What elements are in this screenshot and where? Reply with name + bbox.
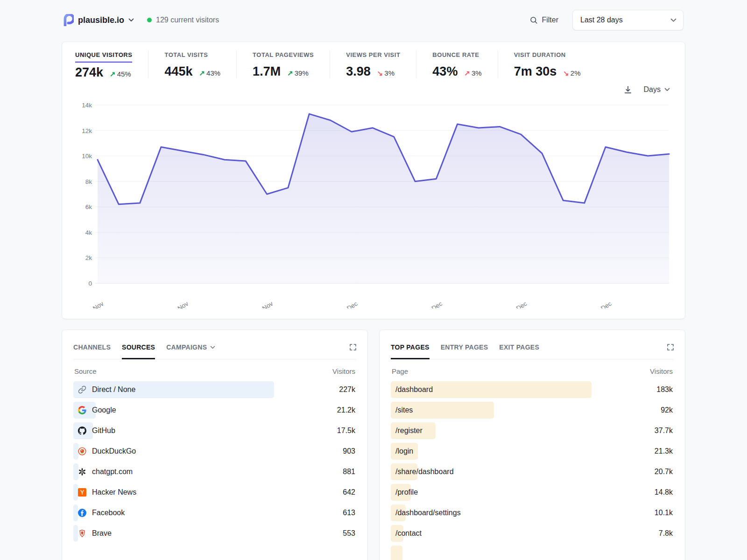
row-label: /contact (395, 529, 422, 538)
row-duckduckgo[interactable]: DuckDuckGo903 (73, 443, 356, 460)
row-sites[interactable]: /sites92k (391, 402, 674, 419)
expand-button[interactable] (666, 343, 675, 351)
x-axis-tick: 7 Dec (426, 300, 444, 308)
hackernews-icon (78, 488, 86, 497)
row-visitors-value: 37.7k (655, 427, 674, 435)
row-label: Hacker News (92, 488, 136, 497)
row-label: chatgpt.com (92, 468, 133, 476)
row-label: /register (395, 427, 423, 435)
row-google[interactable]: Google21.2k (73, 402, 356, 419)
current-visitors-label: 129 current visitors (156, 16, 219, 24)
row-visitors-value: 903 (343, 447, 356, 455)
live-dot-icon (147, 18, 152, 22)
link-icon (78, 385, 86, 394)
row-chatgpt-com[interactable]: chatgpt.com881 (73, 463, 356, 480)
tab-label: SOURCES (122, 343, 155, 351)
download-button[interactable] (623, 85, 633, 94)
chart-tools: Days (75, 83, 670, 97)
x-axis-tick: 25 Nov (169, 300, 190, 308)
interval-select[interactable]: Days (644, 85, 670, 94)
topbar-left: plausible.io 129 current visitors (63, 14, 219, 26)
download-icon (623, 85, 633, 94)
row-label: /sites (395, 406, 413, 414)
row-github[interactable]: GitHub17.5k (73, 422, 356, 439)
partial-row-bar (391, 546, 402, 560)
stat-total-pageviews[interactable]: TOTAL PAGEVIEWS1.7M↗39% (236, 50, 330, 79)
stat-change: ↗45% (110, 70, 131, 78)
trend-down-icon: ↘ (563, 69, 569, 77)
trend-up-icon: ↗ (199, 69, 205, 77)
brave-icon (78, 529, 86, 538)
stat-change-value: 3% (384, 69, 395, 77)
row-label-group: Google (73, 406, 116, 414)
expand-button[interactable] (349, 343, 357, 351)
date-range-select[interactable]: Last 28 days (572, 10, 684, 30)
plausible-logo-icon (63, 14, 74, 26)
row-contact[interactable]: /contact7.8k (391, 525, 674, 542)
column-header-left: Page (392, 367, 408, 375)
row-register[interactable]: /register37.7k (391, 422, 674, 439)
site-name: plausible.io (78, 15, 124, 25)
row-label-group: /dashboard/settings (391, 509, 461, 517)
tab-label: TOP PAGES (391, 343, 430, 351)
stat-label: TOTAL VISITS (164, 51, 208, 62)
github-icon (78, 427, 86, 435)
y-axis-tick: 6k (85, 203, 92, 210)
row-dashboard-settings[interactable]: /dashboard/settings10.1k (391, 504, 674, 521)
row-facebook[interactable]: Facebook613 (73, 504, 356, 521)
row-label-group: Direct / None (73, 385, 135, 394)
row-visitors-value: 21.2k (337, 406, 356, 414)
column-header-left: Source (74, 367, 97, 375)
stat-visit-duration[interactable]: VISIT DURATION7m 30s↘2% (498, 50, 597, 79)
tab-exit-pages[interactable]: EXIT PAGES (499, 342, 539, 359)
row-label: /dashboard (395, 385, 433, 394)
tab-campaigns[interactable]: CAMPAIGNS (166, 342, 215, 359)
stat-value-row: 3.98↘3% (346, 64, 400, 79)
tab-sources[interactable]: SOURCES (122, 342, 155, 359)
stat-total-visits[interactable]: TOTAL VISITS445k↗43% (148, 50, 236, 79)
row-dashboard[interactable]: /dashboard183k (391, 381, 674, 398)
stat-change: ↘2% (563, 69, 580, 77)
row-visitors-value: 10.1k (655, 509, 674, 517)
stat-bounce-rate[interactable]: BOUNCE RATE43%↗3% (416, 50, 497, 79)
row-visitors-value: 227k (339, 385, 356, 394)
column-header-right: Visitors (332, 367, 355, 375)
google-icon (78, 406, 86, 414)
row-hacker-news[interactable]: Hacker News642 (73, 484, 356, 501)
tab-channels[interactable]: CHANNELS (73, 342, 111, 359)
duckduckgo-icon (78, 447, 86, 455)
stat-change-value: 39% (295, 69, 309, 77)
site-switcher[interactable]: plausible.io (63, 14, 134, 26)
row-label-group: DuckDuckGo (73, 447, 136, 455)
row-label-group: Brave (73, 529, 112, 538)
current-visitors[interactable]: 129 current visitors (147, 16, 219, 24)
row-visitors-value: 642 (343, 488, 356, 497)
row-login[interactable]: /login21.3k (391, 443, 674, 460)
row-label-group: chatgpt.com (73, 468, 133, 476)
area-fill (98, 114, 669, 283)
row-label: Direct / None (92, 385, 135, 394)
stat-unique-visitors[interactable]: UNIQUE VISITORS274k↗45% (75, 50, 148, 80)
row-brave[interactable]: Brave553 (73, 525, 356, 542)
stats-row: UNIQUE VISITORS274k↗45%TOTAL VISITS445k↗… (75, 50, 672, 80)
stat-change-value: 45% (117, 70, 131, 78)
x-axis-tick: 15 Dec (592, 300, 613, 308)
row-list: Direct / None227kGoogle21.2kGitHub17.5kD… (73, 381, 356, 542)
row-direct-none[interactable]: Direct / None227k (73, 381, 356, 398)
stat-value: 3.98 (346, 64, 371, 79)
row-share-dashboard[interactable]: /share/dashboard20.7k (391, 463, 674, 480)
filter-button[interactable]: Filter (529, 16, 558, 24)
y-axis-tick: 2k (85, 254, 92, 261)
tab-top-pages[interactable]: TOP PAGES (391, 342, 430, 359)
openai-icon (78, 468, 86, 476)
y-axis-tick: 14k (82, 102, 92, 109)
stat-views-per-visit[interactable]: VIEWS PER VISIT3.98↘3% (330, 50, 416, 79)
trend-up-icon: ↗ (110, 70, 116, 78)
row-visitors-value: 7.8k (659, 529, 674, 538)
date-range-value: Last 28 days (580, 16, 623, 24)
trend-down-icon: ↘ (377, 69, 383, 77)
row-profile[interactable]: /profile14.8k (391, 484, 674, 501)
tab-entry-pages[interactable]: ENTRY PAGES (441, 342, 488, 359)
tab-label: CHANNELS (73, 343, 111, 351)
row-visitors-value: 92k (661, 406, 674, 414)
